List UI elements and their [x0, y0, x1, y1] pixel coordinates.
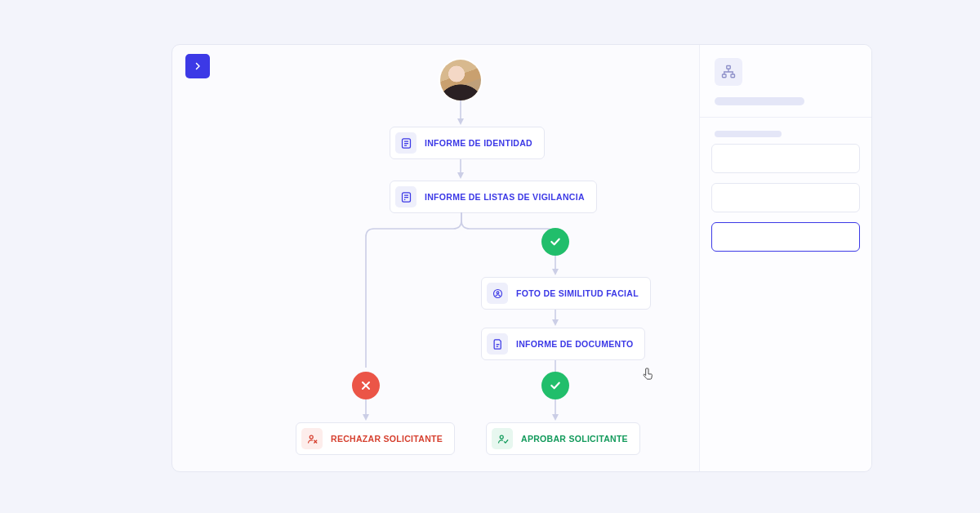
cursor-pointer-icon [642, 367, 655, 383]
decision-pass-document[interactable] [541, 372, 569, 399]
section-label-placeholder [715, 131, 782, 137]
svg-point-4 [403, 199, 405, 200]
document-report-icon [487, 333, 508, 355]
node-approve-applicant[interactable]: APROBAR SOLICITANTE [486, 422, 640, 455]
approve-user-icon [492, 428, 513, 449]
node-watchlist-report[interactable]: INFORME DE LISTAS DE VIGILANCIA [390, 181, 597, 213]
panel-card-selected[interactable] [711, 222, 860, 252]
node-label: RECHAZAR SOLICITANTE [331, 434, 443, 444]
svg-marker-2 [457, 172, 464, 179]
node-facial-similarity[interactable]: FOTO DE SIMILITUD FACIAL [481, 277, 651, 310]
check-icon [549, 379, 562, 392]
node-label: INFORME DE IDENTIDAD [425, 138, 532, 148]
expand-sidebar-button[interactable] [185, 54, 210, 78]
app-window: INFORME DE IDENTIDAD INFORME DE LISTAS D… [172, 44, 872, 472]
svg-marker-14 [552, 414, 559, 421]
applicant-avatar [440, 60, 481, 100]
identity-report-icon [395, 132, 416, 154]
org-chart-icon [715, 58, 742, 86]
check-icon [549, 235, 562, 248]
panel-card[interactable] [711, 183, 860, 212]
facial-similarity-icon [487, 283, 508, 304]
svg-rect-21 [731, 74, 735, 78]
panel-card[interactable] [711, 144, 860, 173]
reject-user-icon [301, 428, 323, 449]
svg-point-15 [310, 435, 313, 439]
properties-panel [699, 45, 871, 471]
node-label: INFORME DE DOCUMENTO [516, 339, 633, 349]
decision-pass-watchlist[interactable] [541, 228, 569, 256]
node-document-report[interactable]: INFORME DE DOCUMENTO [481, 328, 645, 360]
node-reject-applicant[interactable]: RECHAZAR SOLICITANTE [296, 422, 455, 455]
node-label: INFORME DE LISTAS DE VIGILANCIA [425, 192, 585, 202]
x-icon [359, 379, 372, 392]
node-label: FOTO DE SIMILITUD FACIAL [516, 288, 639, 298]
svg-point-8 [497, 291, 499, 293]
decision-fail-watchlist[interactable] [352, 372, 380, 399]
svg-rect-20 [723, 74, 727, 78]
svg-marker-13 [363, 414, 369, 421]
svg-marker-9 [552, 319, 559, 326]
node-label: APROBAR SOLICITANTE [521, 434, 628, 444]
node-identity-report[interactable]: INFORME DE IDENTIDAD [390, 127, 545, 159]
watchlist-report-icon [395, 186, 416, 207]
svg-rect-19 [727, 66, 731, 69]
chevron-right-icon [193, 61, 203, 71]
workflow-canvas[interactable]: INFORME DE IDENTIDAD INFORME DE LISTAS D… [172, 45, 699, 471]
svg-point-18 [500, 435, 503, 439]
svg-marker-6 [552, 269, 559, 275]
panel-title-placeholder [715, 97, 804, 105]
svg-marker-0 [457, 118, 464, 125]
